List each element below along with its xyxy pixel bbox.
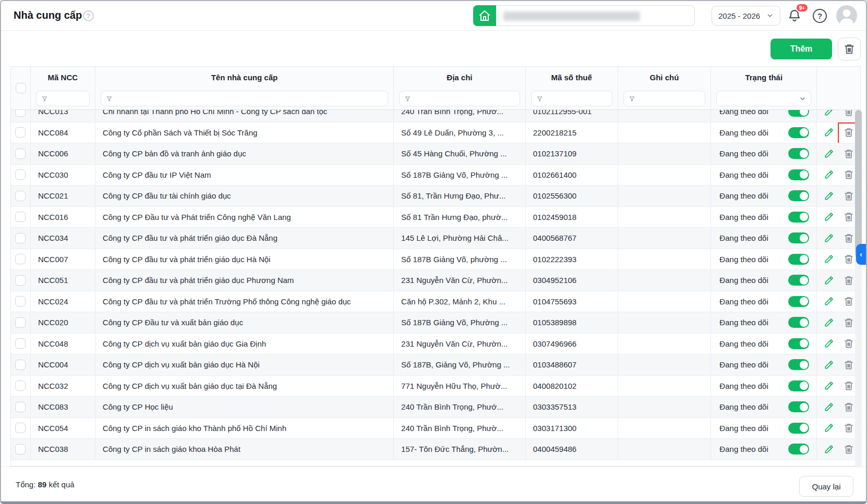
table-row: NCC004 Công ty CP dịch vụ xuất bản giáo … [11,354,860,376]
status-toggle[interactable] [788,212,809,223]
bulk-delete-button[interactable] [838,38,861,60]
edit-button[interactable] [824,402,834,412]
edit-button[interactable] [824,191,834,201]
row-checkbox[interactable] [15,275,26,286]
select-all-checkbox[interactable] [16,83,26,93]
delete-button[interactable] [844,444,854,454]
status-toggle[interactable] [788,423,809,434]
edit-button[interactable] [824,423,834,433]
delete-button[interactable] [844,360,854,370]
supplier-tax-code: 0304952106 [526,270,618,291]
edit-button[interactable] [824,275,834,286]
delete-button[interactable] [844,254,854,264]
edit-button[interactable] [824,380,834,391]
collapse-panel-tab[interactable]: ‹ [856,244,866,265]
status-toggle[interactable] [788,148,809,159]
table-scrollbar-thumb[interactable] [855,110,862,258]
status-toggle[interactable] [788,296,809,307]
supplier-code: NCC032 [31,376,95,397]
edit-button[interactable] [824,212,834,222]
delete-button[interactable] [844,423,854,433]
filter-note-input[interactable] [623,91,706,106]
table-row: NCC048 Công ty CP dịch vụ xuất bản giáo … [11,334,860,355]
row-checkbox[interactable] [15,402,26,412]
filter-status-select[interactable] [716,91,811,106]
delete-button[interactable] [844,212,854,222]
edit-button[interactable] [824,127,834,138]
delete-button[interactable] [844,296,854,306]
status-toggle[interactable] [788,380,809,391]
status-toggle[interactable] [788,190,809,201]
delete-button[interactable] [844,380,854,391]
supplier-tax-code: 2200218215 [526,122,618,143]
status-label: Đang theo dõi [719,128,768,137]
delete-button[interactable] [844,169,854,180]
search-input[interactable] [496,5,695,26]
edit-button[interactable] [824,296,834,306]
supplier-address: 240 Trần Bình Trọng, Phườ... [394,418,526,439]
filter-address-input[interactable] [399,91,520,106]
status-toggle[interactable] [788,254,809,265]
table-row: NCC021 Công ty CP đầu tư tài chính giáo … [11,186,860,207]
trash-icon [844,43,855,55]
edit-button[interactable] [824,317,834,328]
edit-button[interactable] [824,233,834,243]
delete-button[interactable] [844,317,854,328]
row-checkbox[interactable] [15,444,26,454]
status-toggle[interactable] [788,232,809,243]
row-checkbox[interactable] [15,212,26,222]
delete-button[interactable] [844,275,854,286]
supplier-note [618,186,712,206]
home-button[interactable] [473,5,496,26]
edit-button[interactable] [824,360,834,370]
filter-code-input[interactable] [36,91,90,106]
filter-name-input[interactable] [101,91,388,106]
row-checkbox[interactable] [15,254,26,264]
delete-button[interactable] [844,149,854,159]
school-year-select[interactable]: 2025 - 2026 [712,6,780,26]
edit-button[interactable] [824,254,834,264]
status-toggle[interactable] [788,275,809,286]
table-row: NCC032 Công ty CP dịch vụ xuất bản giáo … [11,376,860,397]
row-checkbox[interactable] [15,360,26,370]
supplier-note [618,249,712,270]
table-row: NCC030 Công ty CP đầu tư IP Việt Nam Số … [11,165,860,186]
add-button[interactable]: Thêm [770,39,832,59]
delete-button[interactable] [844,402,854,412]
edit-button[interactable] [824,169,834,180]
user-avatar[interactable] [836,5,857,26]
filter-tax-input[interactable] [531,91,612,106]
row-checkbox[interactable] [15,149,26,159]
status-toggle[interactable] [788,338,809,349]
status-toggle[interactable] [788,359,809,370]
status-toggle[interactable] [788,127,809,138]
status-toggle[interactable] [788,169,809,180]
row-checkbox[interactable] [15,127,26,138]
delete-button[interactable] [844,191,854,201]
back-button[interactable]: Quay lại [799,476,853,497]
status-toggle[interactable] [788,444,809,454]
delete-button[interactable] [844,338,854,349]
status-toggle[interactable] [788,317,809,328]
row-checkbox[interactable] [15,296,26,306]
title-help-icon[interactable]: ? [83,10,94,21]
row-checkbox[interactable] [15,169,26,180]
row-checkbox[interactable] [15,338,26,349]
row-checkbox[interactable] [15,423,26,433]
table-row: NCC051 Công ty CP đầu tư và phát triển g… [11,270,860,291]
edit-button[interactable] [824,444,834,454]
edit-button[interactable] [824,149,834,159]
supplier-note [618,397,712,417]
delete-button[interactable] [844,127,854,138]
delete-button[interactable] [844,233,854,243]
school-year-value: 2025 - 2026 [718,11,760,20]
help-button[interactable]: ? [813,9,827,23]
status-label: Đang theo dõi [719,191,768,200]
row-checkbox[interactable] [15,380,26,391]
row-checkbox[interactable] [15,233,26,243]
status-toggle[interactable] [788,401,809,412]
row-checkbox[interactable] [15,191,26,201]
row-checkbox[interactable] [15,317,26,328]
supplier-name: Công ty CP Học liệu [95,397,394,417]
edit-button[interactable] [824,338,834,349]
